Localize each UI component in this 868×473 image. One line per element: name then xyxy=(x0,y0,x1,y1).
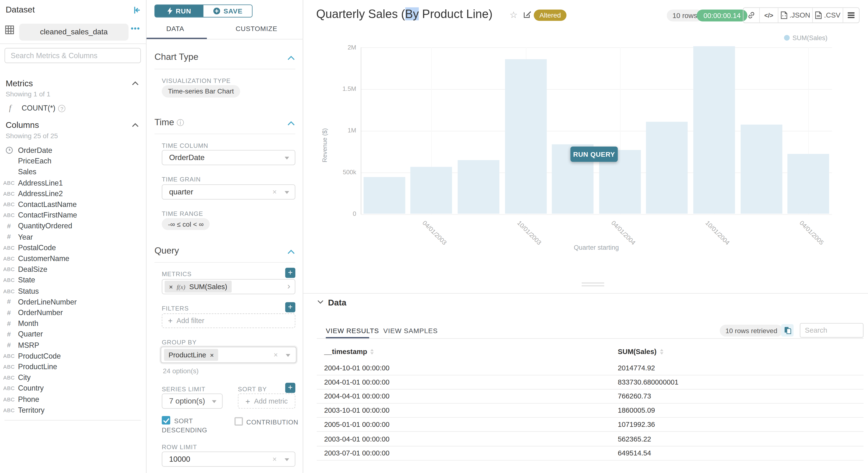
altered-badge[interactable]: Altered xyxy=(534,10,566,21)
chevron-up-icon[interactable] xyxy=(287,250,294,254)
columns-collapse-icon[interactable] xyxy=(132,123,139,127)
column-item-AddressLine2[interactable]: ABCAddressLine2 xyxy=(0,188,142,199)
time-column-select[interactable]: OrderDate xyxy=(162,150,295,165)
column-item-Territory[interactable]: ABCTerritory xyxy=(0,405,142,415)
column-item-Month[interactable]: #Month xyxy=(0,318,142,329)
resize-handle[interactable] xyxy=(582,282,604,288)
add-sort-metric-icon[interactable]: + xyxy=(285,383,295,393)
series-limit-select[interactable]: 7 option(s) xyxy=(162,393,222,409)
column-item-Quarter[interactable]: #Quarter xyxy=(0,329,142,340)
collapse-panel-icon[interactable] xyxy=(132,5,142,15)
column-item-State[interactable]: ABCState xyxy=(0,275,142,286)
add-metric-icon[interactable]: + xyxy=(285,268,295,278)
table-search-input[interactable] xyxy=(801,323,863,337)
remove-icon[interactable]: × xyxy=(210,351,214,358)
column-item-QuantityOrdered[interactable]: #QuantityOrdered xyxy=(0,221,142,231)
table-row[interactable]: 2004-10-01 00:00:002014774.92 xyxy=(317,361,863,375)
time-grain-label: TIME GRAIN xyxy=(162,176,201,183)
column-item-OrderDate[interactable]: OrderDate xyxy=(0,145,142,156)
sort-descending-checkbox[interactable] xyxy=(162,416,170,424)
column-item-Sales[interactable]: Sales xyxy=(0,166,142,177)
add-filter-box[interactable]: +Add filter xyxy=(162,313,295,328)
column-item-ContactFirstName[interactable]: ABCContactFirstName xyxy=(0,210,142,221)
column-header-sum-sales[interactable]: SUM(Sales) xyxy=(618,348,663,356)
table-row[interactable]: 2003-04-01 00:00:00562365.22 xyxy=(317,432,863,446)
chart-menu-button[interactable] xyxy=(843,8,859,23)
viz-type-pill[interactable]: Time-series Bar Chart xyxy=(162,85,240,98)
tab-data[interactable]: DATA xyxy=(166,25,184,33)
column-item-DealSize[interactable]: ABCDealSize xyxy=(0,264,142,275)
table-row[interactable]: 2003-07-01 00:00:00649514.54 xyxy=(317,446,863,461)
abc-icon: ABC xyxy=(0,277,18,283)
dataset-name[interactable]: cleaned_sales_data xyxy=(19,24,129,41)
caret-right-icon[interactable]: › xyxy=(287,281,290,291)
export-json-button[interactable]: .JSON xyxy=(778,8,813,23)
copy-data-button[interactable] xyxy=(781,324,794,337)
column-item-ProductCode[interactable]: ABCProductCode xyxy=(0,350,142,361)
group-by-select[interactable]: ProductLine × × xyxy=(160,347,296,363)
cell-sum-sales: 766260.73 xyxy=(618,392,651,401)
table-search[interactable] xyxy=(800,323,863,338)
export-csv-button[interactable]: .CSV xyxy=(813,8,843,23)
clear-icon[interactable]: × xyxy=(273,455,277,463)
tab-view-results[interactable]: VIEW RESULTS xyxy=(326,327,379,335)
tab-customize[interactable]: CUSTOMIZE xyxy=(236,25,277,33)
column-item-PostalCode[interactable]: ABCPostalCode xyxy=(0,242,142,253)
time-range-pill[interactable]: -∞ ≤ col < ∞ xyxy=(162,218,210,230)
section-time[interactable]: Time ⓘ xyxy=(155,117,184,128)
metric-item[interactable]: f COUNT(*)? xyxy=(9,103,66,113)
search-input[interactable] xyxy=(5,49,140,63)
table-row[interactable]: 2003-10-01 00:00:001860005.09 xyxy=(317,404,863,418)
column-item-AddressLine1[interactable]: ABCAddressLine1 xyxy=(0,177,142,188)
column-item-MSRP[interactable]: #MSRP xyxy=(0,340,142,350)
column-item-Phone[interactable]: ABCPhone xyxy=(0,394,142,405)
run-button[interactable]: RUN xyxy=(155,5,204,17)
column-item-ProductLine[interactable]: ABCProductLine xyxy=(0,361,142,372)
metrics-collapse-icon[interactable] xyxy=(132,81,139,86)
column-item-Country[interactable]: ABCCountry xyxy=(0,383,142,394)
remove-icon[interactable]: × xyxy=(169,283,173,290)
contribution-checkbox[interactable] xyxy=(235,417,243,425)
tab-view-samples[interactable]: VIEW SAMPLES xyxy=(383,327,438,335)
section-chart-type[interactable]: Chart Type xyxy=(155,52,198,62)
column-header-timestamp[interactable]: __timestamp xyxy=(324,348,374,356)
table-row[interactable]: 2004-01-01 00:00:00833730.680000001 xyxy=(317,375,863,389)
time-grain-select[interactable]: quarter × xyxy=(162,184,295,199)
metric-chip[interactable]: × f(x) SUM(Sales) xyxy=(165,281,232,292)
view-query-button[interactable]: </> xyxy=(760,8,778,23)
column-item-Status[interactable]: ABCStatus xyxy=(0,286,142,296)
share-link-button[interactable] xyxy=(744,8,760,23)
chart-title[interactable]: Quarterly Sales (By Product Line) xyxy=(316,7,493,21)
run-query-button[interactable]: RUN QUERY xyxy=(570,147,618,162)
dataset-more-icon[interactable]: ••• xyxy=(131,24,140,33)
help-icon[interactable]: ? xyxy=(58,105,65,112)
x-tick-label: 04/01/2004 xyxy=(610,219,637,246)
row-limit-select[interactable]: 10000 × xyxy=(162,452,295,467)
metrics-columns-search[interactable] xyxy=(5,48,141,63)
clear-icon[interactable]: × xyxy=(273,188,277,196)
column-item-ContactLastName[interactable]: ABCContactLastName xyxy=(0,199,142,210)
section-query[interactable]: Query xyxy=(155,246,179,256)
column-item-City[interactable]: ABCCity xyxy=(0,372,142,383)
column-item-OrderLineNumber[interactable]: #OrderLineNumber xyxy=(0,296,142,307)
column-item-OrderNumber[interactable]: #OrderNumber xyxy=(0,307,142,318)
chevron-up-icon[interactable] xyxy=(287,121,294,126)
column-item-Year[interactable]: #Year xyxy=(0,231,142,242)
column-label: PriceEach xyxy=(18,157,52,165)
clear-icon[interactable]: × xyxy=(274,351,278,359)
table-row[interactable]: 2005-01-01 00:00:001071992.36 xyxy=(317,418,863,432)
metric-control[interactable]: × f(x) SUM(Sales) › xyxy=(162,279,295,294)
chevron-up-icon[interactable] xyxy=(287,56,294,60)
edit-properties-icon[interactable] xyxy=(523,10,532,19)
save-button[interactable]: SAVE xyxy=(204,5,252,17)
data-collapse-chevron-icon[interactable] xyxy=(317,300,324,304)
chart-legend[interactable]: SUM(Sales) xyxy=(784,34,828,41)
add-filter-icon[interactable]: + xyxy=(285,302,295,312)
sort-by-add-metric-box[interactable]: +Add metric xyxy=(238,393,295,409)
favorite-star-icon[interactable]: ☆ xyxy=(509,10,518,21)
table-row[interactable]: 2004-04-01 00:00:00766260.73 xyxy=(317,389,863,404)
group-by-chip[interactable]: ProductLine × xyxy=(164,349,218,361)
column-item-CustomerName[interactable]: ABCCustomerName xyxy=(0,253,142,264)
data-section-header[interactable]: Data xyxy=(328,297,346,307)
column-item-PriceEach[interactable]: PriceEach xyxy=(0,156,142,166)
